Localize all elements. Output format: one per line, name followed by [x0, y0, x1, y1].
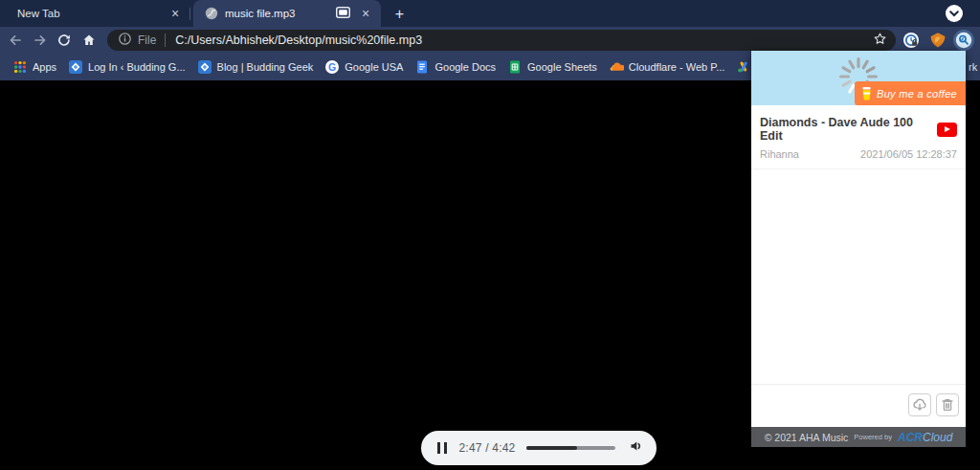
- budding-geek-icon: [198, 60, 212, 74]
- tab-search-button[interactable]: [946, 5, 963, 22]
- close-icon[interactable]: ×: [167, 6, 183, 21]
- forward-arrow-icon: [33, 33, 48, 48]
- forward-button[interactable]: [33, 33, 48, 48]
- bookmark-label: Google Sheets: [527, 61, 597, 73]
- copyright-text: © 2021 AHA Music: [765, 432, 849, 443]
- bookmark-apps[interactable]: Apps: [13, 60, 56, 74]
- audio-file-favicon-icon: [205, 7, 218, 20]
- bookmark-label: Google Docs: [434, 61, 496, 73]
- powered-by-text: Powered by: [854, 433, 892, 441]
- bookmark-google-docs[interactable]: Google Docs: [415, 60, 496, 74]
- omnibox-divider: [165, 34, 166, 47]
- song-timestamp: 2021/06/05 12:28:37: [860, 148, 957, 160]
- google-ads-icon: [737, 60, 750, 74]
- acrcloud-logo[interactable]: ACRCloud: [898, 431, 952, 444]
- url-text[interactable]: C:/Users/Abhishek/Desktop/music%20file.m…: [175, 34, 422, 47]
- popup-footer: © 2021 AHA Music Powered by ACRCloud: [751, 427, 966, 447]
- popup-header: Buy me a coffee: [751, 51, 966, 105]
- bookmark-label: Apps: [33, 61, 56, 73]
- recognized-song: Diamonds - Dave Aude 100 Edit Rihanna 20…: [751, 105, 966, 169]
- seek-bar-fill: [526, 446, 577, 450]
- popup-actions: [751, 384, 966, 427]
- reload-button[interactable]: [56, 33, 72, 48]
- reload-icon: [56, 33, 72, 48]
- svg-text:G: G: [328, 61, 336, 73]
- bookmark-label: Cloudflare - Web P...: [629, 61, 724, 73]
- speaker-icon: [629, 438, 644, 454]
- extension-time-lock-icon[interactable]: [902, 32, 920, 49]
- tab-new-tab[interactable]: New Tab ×: [0, 0, 190, 27]
- trash-icon: [939, 396, 956, 414]
- address-bar[interactable]: File C:/Users/Abhishek/Desktop/music%20f…: [107, 30, 896, 51]
- browser-window: New Tab × music file.mp3 × +: [0, 0, 980, 470]
- cloudflare-icon: [610, 60, 623, 74]
- budding-geek-icon: [69, 60, 82, 74]
- time-display: 2:47 / 4:42: [459, 441, 516, 455]
- bookmark-label: Google USA: [345, 61, 403, 73]
- coffee-cup-icon: [860, 86, 873, 101]
- bookmark-clipped-fragment[interactable]: rk: [969, 54, 977, 80]
- bookmark-login-budding-geek[interactable]: Log In ‹ Budding G...: [69, 60, 186, 74]
- home-icon: [81, 33, 97, 48]
- bookmark-cloudflare[interactable]: Cloudflare - Web P...: [610, 60, 724, 74]
- page-info-icon[interactable]: [119, 32, 131, 49]
- tab-title: New Tab: [17, 8, 167, 19]
- extension-pick-icon[interactable]: [929, 32, 947, 49]
- bookmark-label: Blog | Budding Geek: [217, 61, 314, 73]
- back-button[interactable]: [8, 33, 23, 48]
- url-scheme-chip: File: [138, 34, 156, 47]
- google-docs-icon: [415, 60, 429, 74]
- pause-button[interactable]: [437, 442, 447, 454]
- volume-button[interactable]: [629, 438, 644, 458]
- aha-music-icon: [955, 32, 972, 49]
- youtube-link-button[interactable]: [937, 123, 957, 137]
- google-sheets-icon: [508, 60, 522, 74]
- download-history-button[interactable]: [908, 393, 931, 416]
- apps-grid-icon: [13, 60, 27, 74]
- clear-history-button[interactable]: [936, 393, 959, 416]
- home-button[interactable]: [81, 33, 97, 48]
- bookmark-blog-budding-geek[interactable]: Blog | Budding Geek: [198, 60, 314, 74]
- aha-music-popup: Buy me a coffee Diamonds - Dave Aude 100…: [751, 51, 966, 447]
- tab-title: music file.mp3: [225, 8, 336, 19]
- tab-music-file[interactable]: music file.mp3 ×: [193, 0, 381, 27]
- song-title: Diamonds - Dave Aude 100 Edit: [760, 116, 937, 143]
- tab-separator: [189, 8, 190, 20]
- seek-bar[interactable]: [526, 446, 615, 450]
- toolbar: File C:/Users/Abhishek/Desktop/music%20f…: [0, 27, 980, 54]
- song-artist: Rihanna: [760, 148, 799, 160]
- google-g-icon: G: [325, 60, 339, 74]
- bookmark-label: Log In ‹ Budding G...: [88, 61, 186, 73]
- tab-strip: New Tab × music file.mp3 × +: [0, 0, 980, 27]
- bookmark-google-usa[interactable]: G Google USA: [325, 60, 403, 74]
- audio-player[interactable]: 2:47 / 4:42: [421, 431, 657, 465]
- chevron-down-icon: [949, 11, 959, 17]
- back-arrow-icon: [8, 33, 23, 48]
- buy-me-a-coffee-label: Buy me a coffee: [877, 88, 957, 100]
- new-tab-button[interactable]: +: [390, 5, 409, 23]
- close-icon[interactable]: ×: [358, 6, 373, 21]
- buy-me-a-coffee-button[interactable]: Buy me a coffee: [855, 81, 966, 105]
- media-playing-icon[interactable]: [336, 7, 350, 20]
- bookmark-google-sheets[interactable]: Google Sheets: [508, 60, 597, 74]
- cloud-download-icon: [911, 396, 928, 414]
- bookmark-star-icon[interactable]: [873, 32, 887, 50]
- extension-aha-music-button[interactable]: [953, 30, 974, 51]
